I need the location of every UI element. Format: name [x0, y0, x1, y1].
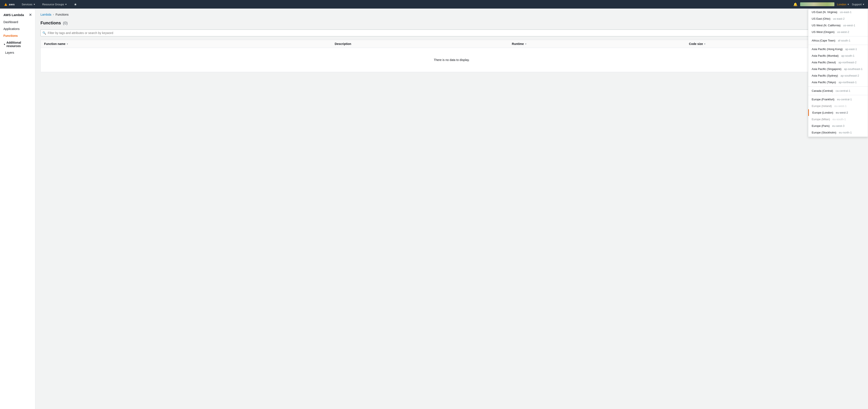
sidebar-item-functions[interactable]: Functions [0, 32, 35, 39]
region-code-af-south-1: af-south-1 [838, 39, 850, 42]
region-item-eu-south-1[interactable]: Europe (Milan)eu-south-1 [808, 116, 868, 123]
region-item-eu-north-1[interactable]: Europe (Stockholm)eu-north-1 [808, 129, 868, 136]
region-name-eu-west-2: Europe (London) [812, 111, 833, 114]
additional-resources-label: Additional resources [6, 41, 32, 48]
region-item-ap-southeast-1[interactable]: Asia Pacific (Singapore)ap-southeast-1 [808, 66, 868, 72]
sidebar-additional-resources[interactable]: ▼ Additional resources [0, 39, 35, 49]
resource-groups-menu[interactable]: Resource Groups ▼ [40, 2, 69, 7]
region-code-ap-northeast-2: ap-northeast-2 [838, 61, 857, 64]
services-label: Services [22, 3, 32, 6]
region-code-eu-west-2: eu-west-2 [836, 111, 848, 114]
notifications-bell-icon[interactable]: 🔔 [793, 2, 798, 6]
page-title-text: Functions [40, 21, 61, 25]
services-menu[interactable]: Services ▼ [20, 2, 37, 7]
column-runtime-label: Runtime [512, 42, 524, 45]
page-count: (0) [63, 21, 68, 25]
region-name-us-west-1: US West (N. California) [812, 24, 841, 27]
region-name-eu-north-1: Europe (Stockholm) [812, 131, 836, 134]
region-item-eu-central-1[interactable]: Europe (Frankfurt)eu-central-1 [808, 96, 868, 103]
region-name-us-east-1: US East (N. Virginia) [812, 10, 837, 14]
region-item-eu-west-3[interactable]: Europe (Paris)eu-west-3 [808, 123, 868, 129]
region-item-ap-southeast-2[interactable]: Asia Pacific (Sydney)ap-southeast-2 [808, 72, 868, 79]
region-name-us-east-2: US East (Ohio) [812, 17, 830, 20]
sidebar-close-icon[interactable]: ✕ [29, 13, 32, 17]
region-name-us-west-2: US West (Oregon) [812, 30, 835, 34]
region-code-ca-central-1: ca-central-1 [836, 89, 850, 93]
column-header-function-name[interactable]: Function name ▾ [41, 40, 331, 48]
region-name-eu-south-1: Europe (Milan) [812, 118, 830, 121]
table-header: Function name ▾ Description Runtime ▾ Co… [41, 40, 863, 48]
table-empty-message: There is no data to display. [41, 48, 863, 72]
column-fn-sort-icon: ▾ [67, 43, 68, 45]
sidebar: AWS Lambda ✕ Dashboard Applications Func… [0, 8, 35, 409]
sidebar-item-layers[interactable]: Layers [0, 49, 35, 56]
region-code-eu-west-1: eu-west-1 [834, 104, 846, 108]
column-code-sort-icon: ▾ [704, 43, 705, 45]
aws-logo-text: aws [9, 3, 15, 6]
region-item-ap-northeast-2[interactable]: Asia Pacific (Seoul)ap-northeast-2 [808, 59, 868, 66]
search-input[interactable] [48, 31, 861, 35]
nav-right: 🔔 London ▼ Support ▼ [793, 2, 865, 6]
region-label: London [837, 3, 846, 6]
region-code-ap-east-1: ap-east-1 [845, 47, 857, 51]
region-item-ap-northeast-1[interactable]: Asia Pacific (Tokyo)ap-northeast-1 [808, 79, 868, 86]
top-navigation: ▲ aws Services ▼ Resource Groups ▼ ★ 🔔 L… [0, 0, 868, 8]
region-item-us-west-2[interactable]: US West (Oregon)us-west-2 [808, 29, 868, 35]
region-name-ap-southeast-1: Asia Pacific (Singapore) [812, 67, 841, 71]
region-dropdown[interactable]: US East (N. Virginia)us-east-1US East (O… [808, 8, 868, 137]
region-code-eu-north-1: eu-north-1 [839, 131, 852, 134]
favorites-icon[interactable]: ★ [72, 1, 79, 7]
sidebar-title-text: AWS Lambda [3, 13, 24, 17]
region-name-ca-central-1: Canada (Central) [812, 89, 833, 93]
region-item-us-west-1[interactable]: US West (N. California)us-west-1 [808, 22, 868, 29]
breadcrumb-separator: › [53, 13, 54, 16]
breadcrumb-lambda-link[interactable]: Lambda [40, 13, 52, 16]
column-fn-label: Function name [44, 42, 65, 45]
region-code-eu-west-3: eu-west-3 [832, 124, 844, 128]
services-chevron-icon: ▼ [33, 3, 35, 6]
support-chevron-icon: ▼ [862, 3, 865, 6]
support-menu[interactable]: Support ▼ [852, 3, 865, 6]
region-name-ap-south-1: Asia Pacific (Mumbai) [812, 54, 839, 57]
region-code-eu-central-1: eu-central-1 [837, 98, 852, 101]
table-container: Function name ▾ Description Runtime ▾ Co… [40, 40, 863, 72]
region-item-us-east-1[interactable]: US East (N. Virginia)us-east-1 [808, 9, 868, 15]
sidebar-item-dashboard[interactable]: Dashboard [0, 19, 35, 26]
additional-resources-chevron-icon: ▼ [3, 43, 6, 45]
column-desc-label: Description [335, 42, 351, 45]
region-item-af-south-1[interactable]: Africa (Cape Town)af-south-1 [808, 37, 868, 44]
region-code-us-east-2: us-east-2 [833, 17, 844, 20]
resource-groups-chevron-icon: ▼ [65, 3, 67, 6]
column-header-description: Description [331, 40, 508, 48]
page-title: Functions (0) [40, 21, 68, 26]
region-name-ap-northeast-1: Asia Pacific (Tokyo) [812, 81, 836, 84]
search-container: 🔍 [40, 30, 863, 36]
resource-groups-label: Resource Groups [42, 3, 64, 6]
region-divider [808, 95, 868, 95]
region-item-us-east-2[interactable]: US East (Ohio)us-east-2 [808, 15, 868, 22]
region-item-ap-south-1[interactable]: Asia Pacific (Mumbai)ap-south-1 [808, 53, 868, 59]
sidebar-item-applications[interactable]: Applications [0, 26, 35, 32]
support-label: Support [852, 3, 862, 6]
region-item-ca-central-1[interactable]: Canada (Central)ca-central-1 [808, 88, 868, 94]
column-runtime-sort-icon: ▾ [525, 43, 526, 45]
page-header: Functions (0) Create function ⚙ [40, 20, 863, 26]
region-code-us-west-1: us-west-1 [843, 24, 855, 27]
breadcrumb-current: Functions [56, 13, 69, 16]
column-header-runtime[interactable]: Runtime ▾ [508, 40, 686, 48]
region-code-ap-southeast-1: ap-southeast-1 [844, 67, 863, 71]
search-icon: 🔍 [42, 31, 46, 35]
column-code-label: Code size [689, 42, 703, 45]
region-divider [808, 36, 868, 36]
region-name-eu-west-3: Europe (Paris) [812, 124, 830, 128]
region-item-eu-west-1[interactable]: Europe (Ireland)eu-west-1 [808, 103, 868, 109]
account-bar[interactable] [800, 2, 834, 6]
region-item-ap-east-1[interactable]: Asia Pacific (Hong Kong)ap-east-1 [808, 46, 868, 53]
region-selector[interactable]: London ▼ [837, 3, 849, 6]
region-code-us-east-1: us-east-1 [840, 10, 851, 14]
region-name-ap-southeast-2: Asia Pacific (Sydney) [812, 74, 838, 77]
sidebar-title: AWS Lambda ✕ [0, 10, 35, 19]
aws-logo[interactable]: ▲ aws [3, 1, 15, 7]
region-code-us-west-2: us-west-2 [837, 30, 849, 34]
region-item-eu-west-2[interactable]: Europe (London)eu-west-2 [808, 109, 868, 116]
